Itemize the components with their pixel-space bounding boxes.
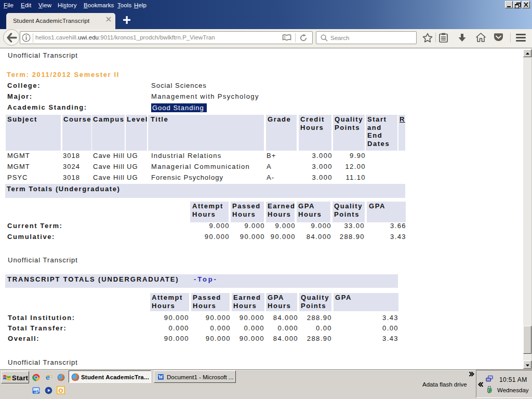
svg-text:W: W (158, 375, 164, 380)
svg-text:O: O (59, 388, 63, 394)
svg-text:e: e (46, 373, 50, 381)
